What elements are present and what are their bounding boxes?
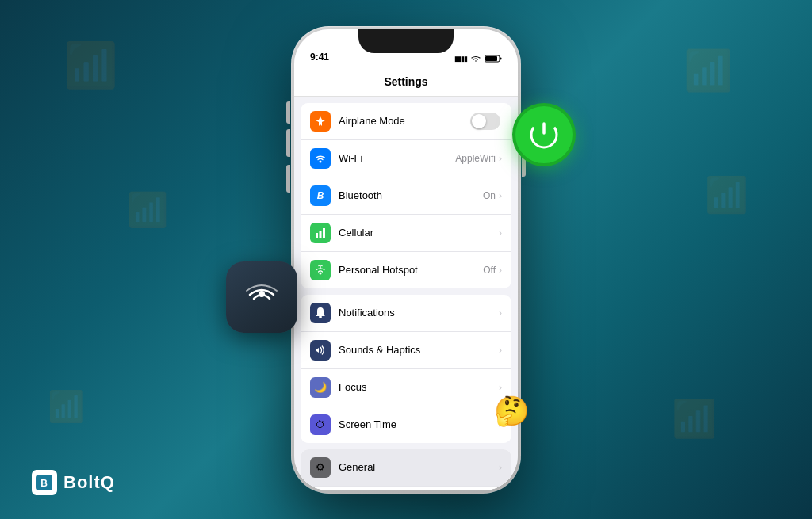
volume-up-button: [286, 129, 290, 157]
wifi-badge-icon: [244, 277, 279, 319]
status-time: 9:41: [310, 52, 329, 63]
bg-wifi-icon-1: 📶: [63, 40, 118, 91]
svg-rect-11: [323, 228, 325, 238]
svg-rect-9: [316, 233, 318, 238]
screentime-label: Screen Time: [339, 418, 499, 430]
general-group: ⚙ General › Control Center ›: [301, 449, 511, 490]
general-icon: ⚙: [310, 457, 331, 478]
power-icon: [527, 117, 561, 152]
general-row[interactable]: ⚙ General ›: [301, 449, 511, 487]
volume-down-button: [286, 165, 290, 193]
screen-title: Settings: [294, 69, 518, 97]
bluetooth-row[interactable]: B Bluetooth On ›: [301, 177, 511, 215]
bg-wifi-icon-5: 📶: [672, 397, 717, 440]
cellular-label: Cellular: [339, 227, 499, 239]
focus-icon: 🌙: [310, 377, 331, 398]
wifi-chevron: ›: [499, 153, 502, 164]
thinking-emoji: 🤔: [494, 395, 530, 428]
focus-label: Focus: [339, 381, 499, 393]
wifi-status-icon: [470, 55, 481, 63]
screentime-icon: ⏱: [310, 414, 331, 435]
airplane-icon: [310, 111, 331, 132]
controlcenter-row[interactable]: Control Center ›: [301, 487, 511, 490]
bluetooth-label: Bluetooth: [339, 189, 483, 201]
notifications-group: Notifications › Sounds & Haptics ›: [301, 295, 511, 443]
bluetooth-icon: B: [310, 185, 331, 206]
wifi-row[interactable]: Wi-Fi AppleWifi ›: [301, 140, 511, 177]
wifi-value: AppleWifi: [455, 153, 496, 164]
wifi-row-icon: [310, 148, 331, 169]
svg-point-12: [320, 273, 322, 275]
svg-rect-10: [320, 231, 322, 238]
phone-screen: 9:41 ▮▮▮▮ Settings: [294, 29, 518, 490]
airplane-label: Airplane Mode: [339, 115, 470, 127]
svg-rect-16: [319, 316, 322, 318]
power-button[interactable]: [512, 103, 576, 166]
silent-button: [286, 101, 290, 124]
brand-name: BoltQ: [63, 472, 115, 493]
cellular-row[interactable]: Cellular ›: [301, 215, 511, 252]
bg-wifi-icon-2: 📶: [684, 48, 733, 93]
status-icons: ▮▮▮▮: [454, 55, 502, 63]
svg-rect-7: [500, 57, 502, 59]
hotspot-row[interactable]: Personal Hotspot Off ›: [301, 252, 511, 288]
settings-content: Airplane Mode Wi-Fi AppleWifi: [294, 97, 518, 490]
notifications-row[interactable]: Notifications ›: [301, 295, 511, 332]
svg-rect-6: [485, 56, 497, 61]
hotspot-chevron: ›: [499, 265, 502, 276]
battery-icon: [485, 55, 502, 63]
wifi-badge: [226, 261, 297, 333]
general-chevron: ›: [499, 462, 502, 473]
airplane-mode-row[interactable]: Airplane Mode: [301, 103, 511, 140]
hotspot-icon: [310, 260, 331, 280]
hotspot-value: Off: [483, 265, 496, 276]
sounds-chevron: ›: [499, 345, 502, 356]
phone-shell: 9:41 ▮▮▮▮ Settings: [291, 26, 521, 494]
svg-text:B: B: [40, 478, 48, 489]
bluetooth-value: On: [483, 190, 496, 201]
bg-wifi-icon-6: 📶: [48, 389, 85, 424]
network-group: Airplane Mode Wi-Fi AppleWifi: [301, 103, 511, 288]
bg-wifi-icon-4: 📶: [705, 174, 749, 216]
sounds-label: Sounds & Haptics: [339, 344, 499, 356]
screentime-row[interactable]: ⏱ Screen Time ›: [301, 406, 511, 443]
hotspot-label: Personal Hotspot: [339, 264, 483, 276]
wifi-label: Wi-Fi: [339, 152, 455, 164]
toggle-thumb: [472, 114, 486, 128]
notifications-chevron: ›: [499, 307, 502, 319]
sounds-row[interactable]: Sounds & Haptics ›: [301, 332, 511, 369]
focus-chevron: ›: [499, 382, 502, 393]
notch: [358, 29, 454, 53]
notifications-label: Notifications: [339, 307, 499, 319]
general-label: General: [339, 461, 499, 473]
bluetooth-chevron: ›: [499, 190, 502, 201]
bg-wifi-icon-3: 📶: [127, 190, 168, 229]
notifications-icon: [310, 303, 331, 323]
status-bar: 9:41 ▮▮▮▮: [294, 29, 518, 69]
signal-icon: ▮▮▮▮: [454, 55, 467, 63]
svg-point-8: [320, 160, 322, 162]
sounds-icon: [310, 340, 331, 361]
focus-row[interactable]: 🌙 Focus ›: [301, 369, 511, 406]
cellular-chevron: ›: [499, 227, 502, 239]
brand-logo: B BoltQ: [32, 470, 115, 495]
airplane-toggle[interactable]: [470, 113, 500, 130]
cellular-icon: [310, 223, 331, 243]
brand-icon: B: [32, 470, 57, 495]
